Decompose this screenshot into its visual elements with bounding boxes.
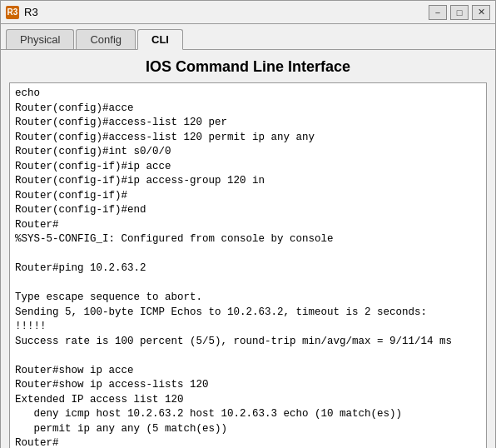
terminal-container: echo Router(config)#acce Router(config)#… xyxy=(9,82,487,448)
tab-config[interactable]: Config xyxy=(76,29,136,49)
title-controls: − □ ✕ xyxy=(429,5,490,20)
app-icon: R3 xyxy=(6,6,19,19)
tab-bar: Physical Config CLI xyxy=(1,24,495,50)
title-bar: R3 R3 − □ ✕ xyxy=(0,0,496,23)
minimize-button[interactable]: − xyxy=(429,5,447,20)
tab-cli[interactable]: CLI xyxy=(137,29,183,50)
window: Physical Config CLI IOS Command Line Int… xyxy=(0,23,496,448)
maximize-button[interactable]: □ xyxy=(450,5,469,20)
terminal-output[interactable]: echo Router(config)#acce Router(config)#… xyxy=(10,83,486,448)
close-button[interactable]: ✕ xyxy=(472,5,490,20)
cli-area: echo Router(config)#acce Router(config)#… xyxy=(1,82,495,448)
tab-physical[interactable]: Physical xyxy=(6,29,74,49)
title-bar-left: R3 R3 xyxy=(6,6,38,19)
page-title: IOS Command Line Interface xyxy=(1,50,495,82)
title-text: R3 xyxy=(24,6,38,18)
